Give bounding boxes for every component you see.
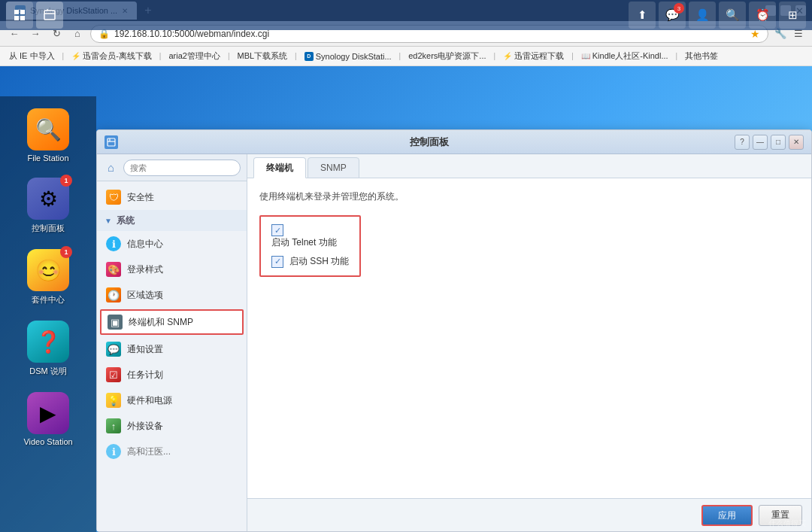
bookmark-thunder-remote[interactable]: ⚡ 迅雷远程下载 bbox=[498, 49, 568, 63]
dsm-taskbar: 🔍 File Station ⚙ 1 控制面板 😊 1 套件中心 ❓ DSM 说… bbox=[0, 96, 96, 532]
synology-favicon: D bbox=[304, 52, 314, 61]
nav-terminal-icon: ▣ bbox=[108, 315, 123, 330]
tab-terminal[interactable]: 终端机 bbox=[253, 157, 306, 178]
cp-tabs: 终端机 SNMP bbox=[247, 154, 811, 178]
nav-notify-icon: 💬 bbox=[106, 342, 121, 357]
bookmark-mbl[interactable]: MBL下载系统 bbox=[232, 49, 292, 63]
package-center-badge: 1 bbox=[60, 246, 72, 258]
dsm-help-label: DSM 说明 bbox=[29, 366, 67, 377]
nav-region-label: 区域选项 bbox=[127, 289, 163, 302]
svg-rect-1 bbox=[20, 10, 25, 14]
window-maximize-btn[interactable]: □ bbox=[771, 135, 786, 150]
svg-rect-0 bbox=[14, 10, 19, 14]
package-center-label: 套件中心 bbox=[32, 294, 65, 306]
nav-security-icon: 🛡 bbox=[106, 190, 121, 205]
window-body: ⌂ 🛡 安全性 ▼ 系统 bbox=[97, 154, 811, 531]
nav-hardware-label: 硬件和电源 bbox=[127, 394, 172, 407]
nav-region-icon: 🕐 bbox=[106, 287, 121, 302]
control-panel-label: 控制面板 bbox=[32, 223, 65, 234]
reset-button[interactable]: 重置 bbox=[759, 505, 802, 526]
bookmark-aria2[interactable]: aria2管理中心 bbox=[164, 49, 224, 63]
dsm-layout-btn[interactable]: ⊞ bbox=[779, 2, 806, 29]
window-title-icon bbox=[105, 135, 118, 149]
cp-search-input[interactable] bbox=[123, 160, 241, 176]
bookmark-other[interactable]: 其他书签 bbox=[680, 49, 723, 63]
dsm-search-btn[interactable]: 🔍 bbox=[719, 2, 746, 29]
ssh-label: 启动 SSH 功能 bbox=[289, 255, 349, 268]
tab-snmp[interactable]: SNMP bbox=[308, 157, 359, 178]
nav-login-style[interactable]: 🎨 登录样式 bbox=[97, 257, 247, 282]
window-close-btn[interactable]: ✕ bbox=[789, 135, 804, 150]
cp-content: 终端机 SNMP 使用终端机来登录并管理您的系统。 ✓ bbox=[247, 154, 811, 531]
bookmark-kindle-label: Kindle人社区-Kindl... bbox=[592, 50, 668, 62]
svg-rect-2 bbox=[14, 16, 19, 20]
nav-more[interactable]: ℹ 高和汪医... bbox=[97, 439, 247, 464]
nav-terminal-snmp[interactable]: ▣ 终端机和 SNMP bbox=[100, 309, 244, 335]
bookmarks-bar: 从 IE 中导入 | ⚡ 迅雷会员-离线下载 | aria2管理中心 | MBL… bbox=[0, 47, 812, 66]
window-minimize-btn[interactable]: — bbox=[753, 135, 768, 150]
nav-info-label: 信息中心 bbox=[127, 238, 163, 251]
checkbox-ssh[interactable]: ✓ 启动 SSH 功能 bbox=[271, 255, 349, 268]
window-titlebar: 控制面板 ? — □ ✕ bbox=[97, 130, 811, 154]
cp-home-btn[interactable]: ⌂ bbox=[103, 159, 119, 177]
control-panel-badge: 1 bbox=[60, 175, 72, 187]
app-control-panel[interactable]: ⚙ 1 控制面板 bbox=[6, 172, 90, 240]
nav-external[interactable]: ↑ 外接设备 bbox=[97, 413, 247, 439]
app-package-center[interactable]: 😊 1 套件中心 bbox=[6, 243, 90, 312]
file-station-icon: 🔍 bbox=[27, 108, 69, 150]
nav-hardware[interactable]: 💡 硬件和电源 bbox=[97, 388, 247, 413]
bookmark-thunder-remote-icon: ⚡ bbox=[503, 52, 512, 60]
bookmark-thunder[interactable]: ⚡ 迅雷会员-离线下载 bbox=[67, 49, 156, 63]
bookmark-aria2-label: aria2管理中心 bbox=[168, 50, 220, 62]
nav-task-label: 任务计划 bbox=[127, 369, 163, 382]
bookmark-synology[interactable]: D Synology DiskStati... bbox=[300, 50, 396, 62]
section-arrow-icon: ▼ bbox=[105, 217, 112, 225]
video-station-label: Video Station bbox=[23, 437, 72, 446]
bookmark-kindle[interactable]: 📖 Kindle人社区-Kindl... bbox=[577, 49, 673, 63]
apply-button[interactable]: 应用 bbox=[701, 505, 753, 526]
nav-security-label: 安全性 bbox=[127, 191, 154, 204]
cp-description: 使用终端机来登录并管理您的系统。 bbox=[259, 190, 799, 203]
dsm-help-icon: ❓ bbox=[27, 321, 69, 363]
nav-task[interactable]: ☑ 任务计划 bbox=[97, 362, 247, 388]
cp-action-bar: 应用 重置 bbox=[247, 498, 811, 531]
bookmark-ed2kers[interactable]: ed2kers电驴资源下... bbox=[404, 49, 490, 63]
nav-task-icon: ☑ bbox=[106, 367, 121, 382]
nav-more-label: 高和汪医... bbox=[127, 445, 171, 458]
bookmark-kindle-icon: 📖 bbox=[581, 52, 590, 60]
ssh-checkbox-icon: ✓ bbox=[271, 256, 283, 268]
bookmark-thunder-remote-label: 迅雷远程下载 bbox=[514, 50, 564, 62]
nav-info-icon: ℹ bbox=[106, 236, 121, 251]
nav-info-center[interactable]: ℹ 信息中心 bbox=[97, 231, 247, 257]
dsm-upload-btn[interactable]: ⬆ bbox=[629, 2, 656, 29]
cp-nav-list: 🛡 安全性 ▼ 系统 ℹ 信息中心 bbox=[97, 181, 247, 531]
bookmark-synology-label: Synology DiskStati... bbox=[316, 52, 392, 61]
app-file-station[interactable]: 🔍 File Station bbox=[6, 102, 90, 169]
window-title: 控制面板 bbox=[124, 135, 735, 149]
telnet-label: 启动 Telnet 功能 bbox=[271, 237, 337, 248]
app-dsm-help[interactable]: ❓ DSM 说明 bbox=[6, 315, 90, 383]
terminal-checkbox-group: ✓ 启动 Telnet 功能 ✓ 启动 SSH 功能 bbox=[259, 215, 361, 277]
cp-sidebar: ⌂ 🛡 安全性 ▼ 系统 bbox=[97, 154, 247, 531]
bookmark-thunder-icon: ⚡ bbox=[71, 52, 80, 60]
nav-region[interactable]: 🕐 区域选项 bbox=[97, 282, 247, 308]
checkbox-telnet[interactable]: ✓ 启动 Telnet 功能 bbox=[271, 224, 349, 249]
cp-tab-content: 使用终端机来登录并管理您的系统。 ✓ 启动 Telnet 功能 ✓ 启动 SSH… bbox=[247, 178, 811, 498]
window-controls: ? — □ ✕ bbox=[735, 135, 804, 150]
bookmark-ie[interactable]: 从 IE 中导入 bbox=[5, 49, 59, 63]
window-help-btn[interactable]: ? bbox=[735, 135, 750, 150]
dsm-grid-btn[interactable] bbox=[6, 2, 33, 29]
dsm-filestation-top-btn[interactable] bbox=[36, 2, 63, 29]
app-video-station[interactable]: ▶ Video Station bbox=[6, 386, 90, 452]
bookmark-ie-label: 从 IE 中导入 bbox=[9, 50, 55, 62]
dsm-top-bar: ⬆ 💬 3 👤 🔍 ⏰ ⊞ bbox=[0, 0, 812, 30]
nav-security[interactable]: 🛡 安全性 bbox=[97, 184, 247, 210]
dsm-clock-btn[interactable]: ⏰ bbox=[749, 2, 776, 29]
telnet-checkbox-icon: ✓ bbox=[271, 224, 283, 236]
dsm-desktop: ⬆ 💬 3 👤 🔍 ⏰ ⊞ 🔍 File Station ⚙ 1 控制面板 bbox=[0, 66, 812, 532]
nav-notification[interactable]: 💬 通知设置 bbox=[97, 336, 247, 362]
nav-external-icon: ↑ bbox=[106, 418, 121, 433]
bookmark-other-label: 其他书签 bbox=[685, 50, 718, 62]
dsm-user-btn[interactable]: 👤 bbox=[689, 2, 716, 29]
dsm-chat-btn[interactable]: 💬 3 bbox=[659, 2, 686, 29]
